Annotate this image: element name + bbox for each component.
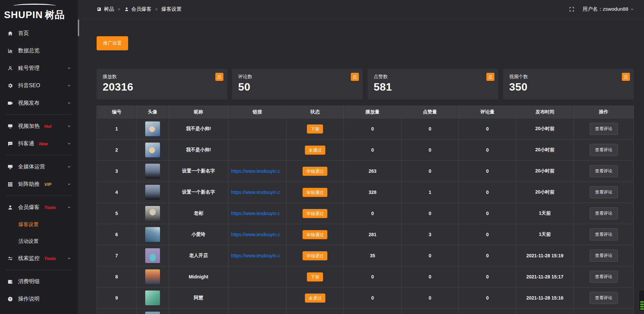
app-logo[interactable]: SHUPIN树品 <box>0 0 78 23</box>
row-id-cell: 9 <box>97 287 137 309</box>
logo-en: SHUPIN <box>4 9 43 20</box>
avatar-cell <box>137 224 169 245</box>
avatar-cell <box>137 203 169 224</box>
view-comments-button[interactable]: 查看评论 <box>590 271 618 283</box>
table-row: 5老彬https://www.iesdouyin.c审核通过0001天前查看评论 <box>97 203 634 224</box>
likes-cell: 0 <box>401 245 459 266</box>
view-comments-button[interactable]: 查看评论 <box>590 144 618 156</box>
stat-label: 评论数 <box>238 74 357 80</box>
scrollbar-thumb[interactable] <box>78 19 79 36</box>
publish-time-cell: 20小时前 <box>516 182 574 203</box>
status-cell: 未通过 <box>286 287 344 309</box>
stat-card: 播放数20316总 <box>97 69 227 100</box>
column-header: 点赞量 <box>401 106 459 118</box>
video-link[interactable]: https://www.iesdouyin.c <box>228 168 286 174</box>
fullscreen-icon[interactable] <box>569 6 575 12</box>
action-cell: 查看评论 <box>574 203 634 224</box>
column-header: 头像 <box>137 106 169 118</box>
videos-table: 编号头像昵称链接状态播放量点赞量评论量发布时间操作 1我不是小帅!下架00020… <box>97 106 634 314</box>
sidebar-item-clue-monitor[interactable]: 线索监控Tools <box>0 250 78 267</box>
widget-bar <box>640 301 644 303</box>
breadcrumb-home[interactable]: 树品 <box>97 6 114 12</box>
video-link[interactable]: https://www.iesdouyin.c <box>228 211 286 216</box>
link-cell: https://www.iesdouyin.c <box>228 161 286 182</box>
comments-cell <box>459 309 516 314</box>
logo-arc-icon <box>13 4 56 8</box>
svg-text:?: ? <box>9 297 11 301</box>
sidebar-item-home[interactable]: 首页 <box>0 24 78 42</box>
sidebar-item-video-heating[interactable]: 视频加热Hot <box>0 117 78 135</box>
breadcrumb-baoke-settings[interactable]: 爆客设置 <box>161 6 181 12</box>
nickname-cell: 老人开店 <box>169 245 228 266</box>
video-icon <box>7 100 13 106</box>
link-cell: https://www.iesdouyin.c <box>228 203 286 224</box>
status-badge: 审核通过 <box>303 251 327 260</box>
chevron-down-icon <box>67 165 71 169</box>
likes-cell: 3 <box>401 224 459 245</box>
logo-cn: 树品 <box>45 9 65 20</box>
promo-settings-button[interactable]: 推广设置 <box>97 36 128 50</box>
video-link[interactable]: https://www.iesdouyin.c <box>228 232 286 237</box>
avatar-cell <box>137 287 169 309</box>
link-cell <box>228 140 286 161</box>
monitor-icon <box>7 164 13 170</box>
sidebar-nav: 首页数据总览账号管理抖音SEO视频发布视频加热Hot抖客通New全媒体运营矩阵助… <box>0 24 78 308</box>
table-row: 9阿慧未通过0002021-11-28 15:16查看评论 <box>97 287 634 309</box>
sidebar-item-activity-settings[interactable]: 活动设置 <box>0 233 78 250</box>
plays-cell: 0 <box>344 118 401 140</box>
sidebar-item-douyin-seo[interactable]: 抖音SEO <box>0 77 78 94</box>
video-link[interactable]: https://www.iesdouyin.c <box>228 253 286 258</box>
sliders-icon <box>7 256 13 261</box>
app-logo-text: SHUPIN树品 <box>4 8 75 22</box>
user-menu[interactable]: 用户名：zswodun88 <box>583 6 634 12</box>
sidebar-item-operation-guide[interactable]: ?操作说明 <box>0 290 78 308</box>
floating-widget[interactable] <box>639 290 644 311</box>
sidebar-item-douketong[interactable]: 抖客通New <box>0 135 78 152</box>
view-comments-button[interactable]: 查看评论 <box>590 250 618 262</box>
sidebar-item-matrix-boost[interactable]: 矩阵助推VIP <box>0 175 78 193</box>
sidebar-item-baoke-settings[interactable]: 爆客设置 <box>0 216 78 233</box>
sidebar-item-video-publish[interactable]: 视频发布 <box>0 94 78 112</box>
sidebar-divider <box>6 196 72 196</box>
breadcrumb-member-baoke[interactable]: 会员爆客 <box>124 6 152 12</box>
plays-cell <box>344 309 401 314</box>
sidebar-item-member-baoke[interactable]: 会员爆客Tools <box>0 199 78 216</box>
avatar <box>145 291 160 305</box>
view-comments-button[interactable]: 查看评论 <box>590 165 618 177</box>
sidebar-item-media-operation[interactable]: 全媒体运营 <box>0 158 78 175</box>
table-row: 4设置一个新名字https://www.iesdouyin.c审核通过32810… <box>97 182 634 203</box>
sidebar-item-badge: Tools <box>44 205 56 210</box>
nickname-cell: Midnight <box>169 266 228 287</box>
publish-time-cell: 1天前 <box>516 224 574 245</box>
publish-time-cell: 2021-11-28 15:16 <box>516 287 574 309</box>
status-badge: 未通过 <box>305 146 325 155</box>
help-icon: ? <box>7 296 13 302</box>
sidebar-item-badge: VIP <box>44 182 51 187</box>
status-cell: 审核通过 <box>286 245 344 266</box>
sidebar-item-data-overview[interactable]: 数据总览 <box>0 42 78 59</box>
breadcrumb-separator: > <box>155 7 158 12</box>
chevron-down-icon <box>67 84 71 88</box>
view-comments-button[interactable]: 查看评论 <box>590 207 618 219</box>
comments-cell: 0 <box>459 224 516 245</box>
view-comments-button[interactable]: 查看评论 <box>590 228 618 241</box>
sidebar-item-account-management[interactable]: 账号管理 <box>0 59 78 77</box>
grid-icon <box>7 181 13 187</box>
row-id-cell: 5 <box>97 203 137 224</box>
plays-cell: 35 <box>344 245 401 266</box>
chevron-down-icon <box>67 182 71 186</box>
topbar-right: 用户名：zswodun88 <box>569 6 634 12</box>
view-comments-button[interactable]: 查看评论 <box>590 123 618 135</box>
view-comments-button[interactable]: 查看评论 <box>590 186 618 198</box>
row-id-cell: 1 <box>97 118 137 140</box>
table-row: 2我不是小帅!未通过00020小时前查看评论 <box>97 140 634 161</box>
likes-cell: 0 <box>401 118 459 140</box>
comments-cell: 0 <box>459 118 516 140</box>
sidebar-item-consumption-detail[interactable]: 消费明细 <box>0 273 78 290</box>
stat-card: 视频个数350总 <box>503 69 634 100</box>
stat-value: 581 <box>374 81 492 93</box>
column-header: 发布时间 <box>516 106 574 118</box>
video-link[interactable]: https://www.iesdouyin.c <box>228 190 286 195</box>
view-comments-button[interactable]: 查看评论 <box>590 292 618 304</box>
action-cell: 查看评论 <box>574 118 634 140</box>
